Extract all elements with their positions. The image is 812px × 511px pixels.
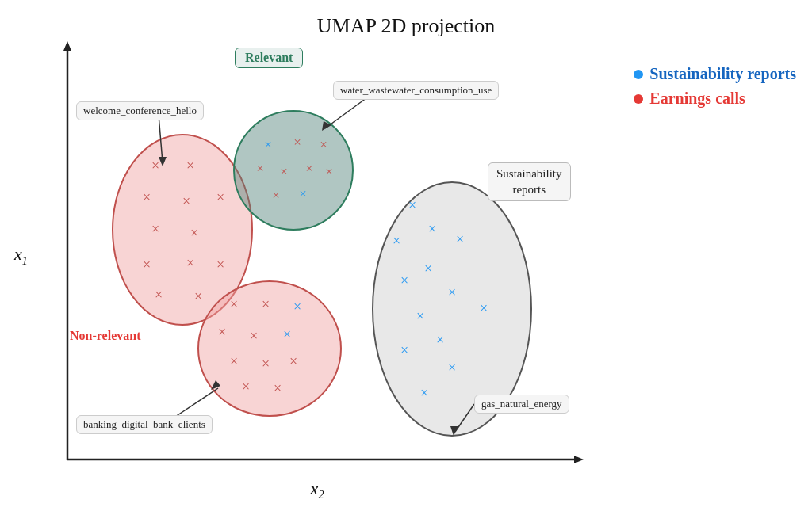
svg-text:×: ×: [143, 189, 151, 205]
svg-text:×: ×: [264, 137, 272, 152]
svg-text:×: ×: [299, 186, 307, 201]
svg-text:×: ×: [250, 328, 258, 344]
svg-text:×: ×: [186, 158, 194, 174]
svg-text:×: ×: [293, 299, 301, 315]
svg-marker-3: [574, 456, 584, 463]
svg-text:×: ×: [283, 326, 291, 342]
svg-text:×: ×: [256, 161, 264, 176]
svg-point-17: [234, 111, 353, 230]
svg-text:×: ×: [262, 296, 270, 312]
chart-container: UMAP 2D projection x1 x2 Sustainability …: [0, 0, 812, 511]
welcome-label: welcome_conference_hello: [76, 101, 204, 120]
water-label: water_wastewater_consumption_use: [333, 81, 499, 100]
svg-text:×: ×: [289, 353, 297, 369]
svg-text:×: ×: [480, 300, 488, 316]
svg-text:×: ×: [456, 231, 464, 247]
svg-text:×: ×: [274, 380, 282, 396]
svg-text:×: ×: [293, 135, 301, 150]
svg-text:×: ×: [408, 197, 416, 213]
svg-text:×: ×: [194, 288, 202, 304]
relevant-label: Relevant: [235, 48, 303, 68]
svg-text:×: ×: [420, 385, 428, 401]
svg-text:×: ×: [151, 221, 159, 237]
svg-text:×: ×: [428, 221, 436, 237]
sustainability-box-label: Sustainabilityreports: [488, 162, 571, 201]
gas-label: gas_natural_energy: [474, 395, 569, 414]
svg-text:×: ×: [416, 308, 424, 324]
svg-text:×: ×: [280, 164, 288, 179]
main-svg: × × × × × × × × × × × × × × × × × × × × …: [0, 0, 812, 511]
svg-text:×: ×: [436, 332, 444, 348]
svg-text:×: ×: [262, 356, 270, 372]
svg-text:×: ×: [155, 287, 163, 303]
svg-text:×: ×: [400, 342, 408, 358]
svg-text:×: ×: [143, 257, 151, 273]
svg-text:×: ×: [151, 158, 159, 174]
svg-text:×: ×: [272, 188, 280, 203]
svg-text:×: ×: [230, 296, 238, 312]
svg-text:×: ×: [216, 189, 224, 205]
svg-text:×: ×: [448, 284, 456, 300]
svg-text:×: ×: [216, 257, 224, 273]
svg-text:×: ×: [305, 161, 313, 176]
svg-text:×: ×: [424, 261, 432, 276]
nonrelevant-label: Non-relevant: [70, 329, 140, 343]
svg-text:×: ×: [182, 193, 190, 209]
svg-text:×: ×: [393, 233, 400, 249]
svg-text:×: ×: [190, 225, 198, 241]
svg-text:×: ×: [186, 255, 194, 271]
svg-marker-1: [63, 41, 71, 51]
svg-text:×: ×: [230, 353, 238, 369]
svg-text:×: ×: [320, 137, 327, 152]
svg-text:×: ×: [242, 379, 250, 395]
svg-text:×: ×: [325, 164, 333, 179]
svg-text:×: ×: [448, 360, 456, 376]
svg-text:×: ×: [400, 273, 408, 288]
banking-label: banking_digital_bank_clients: [76, 415, 213, 434]
svg-text:×: ×: [218, 324, 226, 340]
